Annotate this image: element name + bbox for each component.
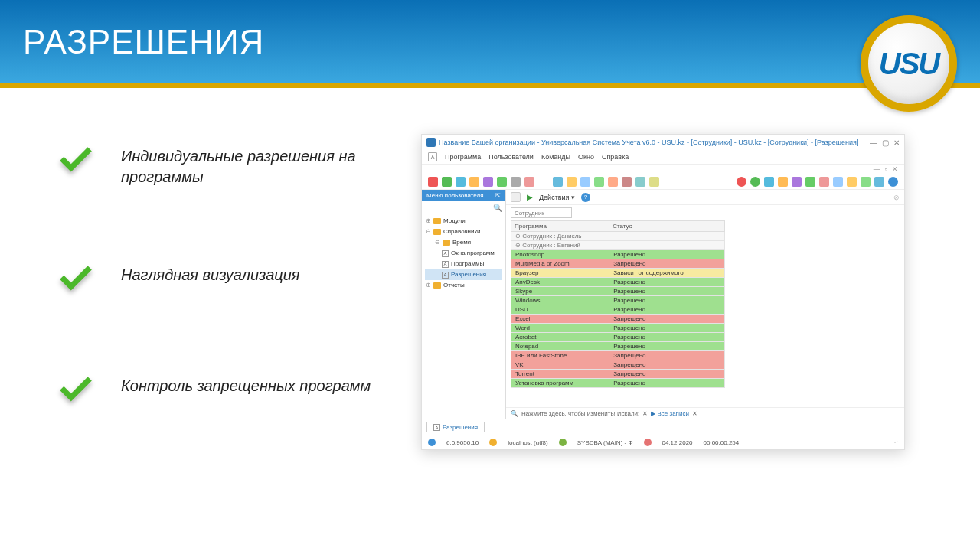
user-icon [559,439,567,446]
table-row[interactable]: TorrentЗапрещено [511,370,725,379]
slide-title: РАЗРЕШЕНИЯ [23,23,264,61]
bullet-text: Контроль запрещенных программ [121,371,371,396]
toolbar-icon[interactable] [874,177,884,187]
app-menu-icon[interactable]: A [428,152,437,161]
table-row[interactable]: БраузерЗависит от содержимого [511,269,725,278]
toolbar-icon[interactable] [511,192,521,202]
sub-minimize-button[interactable]: — [874,165,880,173]
toolbar-icon[interactable] [497,177,507,187]
tab-strip: AРазрешения [422,419,904,435]
collapse-icon[interactable]: ⊘ [893,194,900,201]
menu-users[interactable]: Пользователи [488,153,534,161]
status-bar: 6.0.9050.10 localhost (utf8) SYSDBA (MAI… [422,435,904,449]
table-row[interactable]: AcrobatРазрешено [511,333,725,342]
toolbar-icon[interactable] [608,177,618,187]
col-program[interactable]: Программа [511,221,609,232]
group-row[interactable]: ⊕ Сотрудник : Даниель [511,232,725,241]
toolbar-icon[interactable] [635,177,645,187]
menu-window[interactable]: Окно [578,153,594,161]
toolbar-icon[interactable] [649,177,659,187]
clear-icon[interactable]: ✕ [642,410,648,417]
table-row[interactable]: USUРазрешено [511,305,725,315]
sub-close-button[interactable]: ✕ [892,165,898,173]
menu-help[interactable]: Справка [602,153,629,161]
toolbar-icon[interactable] [524,177,534,187]
table-row[interactable]: MultiMedia or ZoomЗапрещено [511,259,725,269]
play-icon: ▶ [527,193,533,201]
toolbar-icon[interactable] [469,177,479,187]
toolbar-icon[interactable] [622,177,632,187]
menu-program[interactable]: Программа [445,153,481,161]
toolbar-icon[interactable] [511,177,521,187]
pin-icon[interactable]: ⇱ [495,192,501,199]
folder-icon [433,218,441,224]
folder-icon [433,282,441,289]
toolbar-icon[interactable] [847,177,857,187]
app-window: Название Вашей организации - Универсальн… [421,134,905,450]
grid-search-bar[interactable]: 🔍 Нажмите здесь, чтобы изменить! Искали:… [506,407,904,419]
tree-item-windows[interactable]: AОкна программ [425,248,502,259]
toolbar-icon[interactable] [764,177,774,187]
status-version: 6.0.9050.10 [446,439,479,446]
menu-commands[interactable]: Команды [541,153,570,161]
calendar-icon [644,439,652,446]
permissions-grid[interactable]: Программа Статус ⊕ Сотрудник : Даниель ⊖… [506,220,904,407]
toolbar-icon[interactable] [553,177,563,187]
table-row[interactable]: ExcelЗапрещено [511,315,725,324]
toolbar-icon[interactable] [428,177,438,187]
table-row[interactable]: VKЗапрещено [511,360,725,370]
tree-item-time[interactable]: ⊖Время [425,237,502,248]
status-date: 04.12.2020 [662,439,693,446]
toolbar-icon[interactable] [792,177,802,187]
toolbar-icon[interactable] [483,177,493,187]
toolbar-icon[interactable] [778,177,788,187]
file-icon: A [442,261,449,268]
toolbar-icon[interactable] [750,177,760,187]
toolbar-icon[interactable] [580,177,590,187]
bullet-text: Наглядная визуализация [121,260,300,285]
filter-bar [506,205,904,220]
file-icon: A [433,424,440,431]
col-status[interactable]: Статус [609,221,725,232]
tree-item-permissions[interactable]: AРазрешения [425,269,502,280]
toolbar-icon[interactable] [567,177,577,187]
table-row[interactable]: NotepadРазрешено [511,342,725,351]
maximize-button[interactable]: ▢ [882,139,889,147]
sidebar-search[interactable]: 🔍 [422,201,505,214]
tree-item-programs[interactable]: AПрограммы [425,259,502,269]
table-row[interactable]: AnyDeskРазрешено [511,278,725,287]
close-button[interactable]: ✕ [893,139,900,147]
tree-item-modules[interactable]: ⊕Модули [425,216,502,227]
sidebar: Меню пользователя ⇱ 🔍 ⊕Модули ⊖Справочни… [422,190,506,419]
table-row[interactable]: PhotoshopРазрешено [511,250,725,259]
table-row[interactable]: Установка программРазрешено [511,379,725,388]
sidebar-header: Меню пользователя ⇱ [422,190,505,201]
main-menu: A Программа Пользователи Команды Окно Сп… [422,150,904,165]
toolbar-icon[interactable] [861,177,871,187]
group-row[interactable]: ⊖ Сотрудник : Евгений [511,241,725,250]
clear-icon[interactable]: ✕ [692,410,697,417]
sub-restore-button[interactable]: ▫ [885,165,887,173]
employee-filter[interactable] [511,207,572,218]
file-icon: A [442,250,449,257]
minimize-button[interactable]: — [870,139,877,147]
table-row[interactable]: WindowsРазрешено [511,296,725,305]
toolbar-icon[interactable] [805,177,815,187]
toolbar-icon[interactable] [456,177,466,187]
toolbar-icon[interactable] [833,177,843,187]
toolbar-icon[interactable] [737,177,746,187]
actions-dropdown[interactable]: Действия ▾ [539,194,575,201]
toolbar-icon[interactable] [594,177,604,187]
tab-permissions[interactable]: AРазрешения [426,422,485,432]
titlebar: Название Вашей организации - Универсальн… [422,135,904,150]
info-icon[interactable] [888,177,898,187]
tree-item-reports[interactable]: ⊕Отчеты [425,280,502,291]
toolbar-icon[interactable] [442,177,452,187]
table-row[interactable]: IBE или FastStoneЗапрещено [511,351,725,360]
list-item: Контроль запрещенных программ [54,371,375,409]
toolbar-icon[interactable] [819,177,829,187]
table-row[interactable]: SkypeРазрешено [511,287,725,296]
tree-item-refs[interactable]: ⊖Справочники [425,227,502,237]
help-icon[interactable]: ? [581,193,590,202]
table-row[interactable]: WordРазрешено [511,324,725,333]
